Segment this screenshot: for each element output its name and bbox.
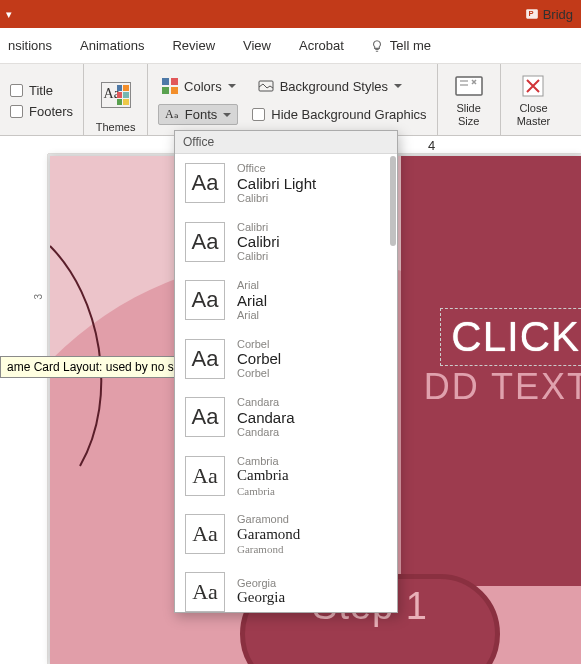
svg-rect-4 — [162, 87, 169, 94]
font-meta: CalibriCalibriCalibri — [237, 221, 280, 264]
dropdown-header: Office — [175, 131, 397, 154]
font-meta: CambriaCambriaCambria — [237, 455, 289, 498]
svg-rect-3 — [171, 78, 178, 85]
tell-me[interactable]: Tell me — [370, 38, 431, 53]
font-sub: Candara — [237, 426, 295, 439]
tab-transitions[interactable]: nsitions — [6, 38, 54, 53]
svg-rect-5 — [171, 87, 178, 94]
font-name: Garamond — [237, 526, 300, 543]
font-category: Garamond — [237, 513, 300, 526]
background-group: Colors Background Styles Aₐ Fonts Hide B… — [148, 64, 438, 135]
font-option[interactable]: AaCorbelCorbelCorbel — [175, 330, 397, 389]
document-name: Bridg — [543, 7, 573, 22]
tab-view[interactable]: View — [241, 38, 273, 53]
font-sub: Arial — [237, 309, 267, 322]
font-sub: Garamond — [237, 543, 300, 556]
ribbon: Title Footers Aa Themes — [0, 64, 581, 136]
slide-size-label: Slide Size — [456, 102, 480, 126]
slide-size-button[interactable]: Slide Size — [448, 68, 490, 133]
font-name: Arial — [237, 292, 267, 309]
font-meta: CorbelCorbelCorbel — [237, 338, 281, 381]
fonts-label: Fonts — [185, 107, 218, 122]
font-name: Candara — [237, 409, 295, 426]
font-thumb: Aa — [185, 397, 225, 437]
dropdown-scroll[interactable]: AaOfficeCalibri LightCalibriAaCalibriCal… — [175, 154, 397, 612]
title-checkbox-label: Title — [29, 83, 53, 98]
footers-checkbox-label: Footers — [29, 104, 73, 119]
font-category: Cambria — [237, 455, 289, 468]
font-meta: OfficeCalibri LightCalibri — [237, 162, 316, 205]
font-sub: Calibri — [237, 192, 316, 205]
hide-background-checkbox[interactable]: Hide Background Graphics — [252, 104, 426, 125]
document-title: P Bridg — [525, 7, 573, 22]
tab-animations[interactable]: Animations — [78, 38, 146, 53]
fonts-icon: Aₐ — [165, 107, 179, 122]
ruler-tick: 3 — [33, 294, 44, 300]
close-master-label: Close Master — [517, 102, 551, 126]
font-thumb: Aa — [185, 514, 225, 554]
tab-review[interactable]: Review — [170, 38, 217, 53]
scrollbar[interactable] — [389, 154, 397, 612]
font-option[interactable]: AaCandaraCandaraCandara — [175, 388, 397, 447]
title-placeholder[interactable]: CLICK — [440, 308, 581, 366]
font-sub: Corbel — [237, 367, 281, 380]
themes-button[interactable]: Aa — [95, 68, 137, 121]
hide-background-label: Hide Background Graphics — [271, 107, 426, 122]
font-name: Corbel — [237, 350, 281, 367]
font-sub: Cambria — [237, 485, 289, 498]
fonts-dropdown: Office AaOfficeCalibri LightCalibriAaCal… — [174, 130, 398, 613]
font-category: Candara — [237, 396, 295, 409]
font-meta: CandaraCandaraCandara — [237, 396, 295, 439]
close-icon — [520, 74, 546, 98]
background-styles-label: Background Styles — [280, 79, 388, 94]
title-checkbox[interactable]: Title — [10, 83, 73, 98]
themes-group: Aa Themes — [84, 64, 148, 135]
fonts-button[interactable]: Aₐ Fonts — [158, 104, 238, 125]
tab-acrobat[interactable]: Acrobat — [297, 38, 346, 53]
svg-text:P: P — [528, 9, 533, 18]
ribbon-tabs: nsitions Animations Review View Acrobat … — [0, 28, 581, 64]
font-thumb: Aa — [185, 222, 225, 262]
font-thumb: Aa — [185, 339, 225, 379]
font-thumb: Aa — [185, 280, 225, 320]
footers-checkbox[interactable]: Footers — [10, 104, 73, 119]
font-option[interactable]: AaCambriaCambriaCambria — [175, 447, 397, 506]
chevron-down-icon — [228, 84, 236, 88]
font-sub: Calibri — [237, 250, 280, 263]
scrollbar-thumb[interactable] — [390, 156, 396, 246]
font-thumb: Aa — [185, 572, 225, 612]
text-placeholder[interactable]: DD TEXT — [424, 366, 581, 408]
font-option[interactable]: AaOfficeCalibri LightCalibri — [175, 154, 397, 213]
font-name: Georgia — [237, 589, 285, 606]
svg-rect-7 — [456, 77, 482, 95]
slide-size-group: Slide Size — [438, 64, 501, 135]
close-master-button[interactable]: Close Master — [511, 68, 557, 133]
font-option[interactable]: AaArialArialArial — [175, 271, 397, 330]
font-category: Arial — [237, 279, 267, 292]
font-meta: GaramondGaramondGaramond — [237, 513, 300, 556]
qat-dropdown-icon[interactable]: ▾ — [6, 8, 12, 21]
font-category: Office — [237, 162, 316, 175]
checkbox-box — [10, 105, 23, 118]
font-name: Calibri — [237, 233, 280, 250]
powerpoint-icon: P — [525, 7, 539, 21]
tell-me-label: Tell me — [390, 38, 431, 53]
svg-rect-2 — [162, 78, 169, 85]
font-option[interactable]: AaCalibriCalibriCalibri — [175, 213, 397, 272]
colors-button[interactable]: Colors — [158, 76, 240, 96]
lightbulb-icon — [370, 39, 384, 53]
quick-access-toolbar: ▾ — [0, 0, 18, 28]
font-thumb: Aa — [185, 163, 225, 203]
background-styles-icon — [258, 78, 274, 94]
vertical-ruler[interactable]: 3 — [30, 154, 48, 664]
themes-icon: Aa — [101, 82, 131, 108]
title-bar: ▾ P Bridg — [0, 0, 581, 28]
close-master-group: Close Master — [501, 64, 567, 135]
font-option[interactable]: AaGeorgiaGeorgia — [175, 564, 397, 612]
font-option[interactable]: AaGaramondGaramondGaramond — [175, 505, 397, 564]
background-styles-button[interactable]: Background Styles — [254, 76, 406, 96]
font-meta: ArialArialArial — [237, 279, 267, 322]
colors-label: Colors — [184, 79, 222, 94]
font-thumb: Aa — [185, 456, 225, 496]
font-category: Georgia — [237, 577, 285, 590]
